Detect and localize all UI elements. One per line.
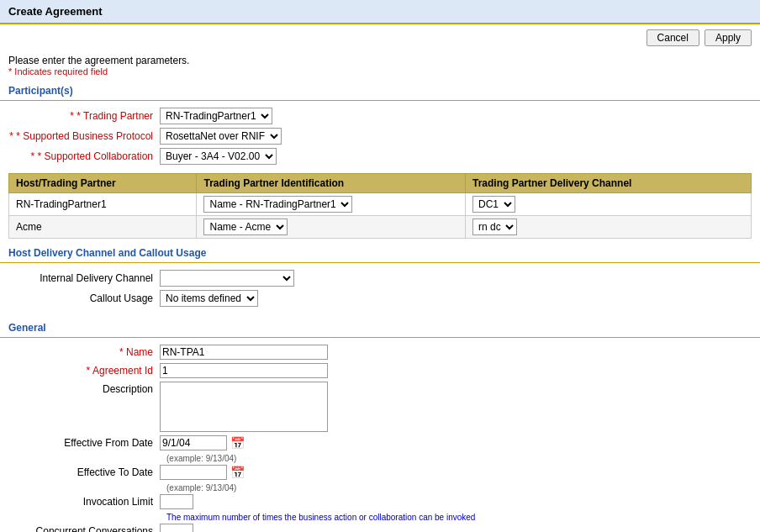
required-note: * Indicates required field <box>8 66 752 76</box>
effective-from-date-calendar-icon[interactable]: 📅 <box>230 436 245 450</box>
description-textarea[interactable] <box>160 382 328 432</box>
effective-to-date-input[interactable] <box>160 465 227 480</box>
supported-business-protocol-select[interactable]: RosettaNet over RNIF <box>160 128 282 145</box>
effective-to-date-calendar-icon[interactable]: 📅 <box>230 466 245 479</box>
partner-identification-cell: Name - RN-TradingPartner1 <box>197 193 466 216</box>
supported-collaboration-row: * * Supported Collaboration Buyer - 3A4 … <box>8 148 752 165</box>
partner-delivery-channel-select[interactable]: rn dc <box>472 219 517 235</box>
page-container: Create Agreement Cancel Apply Please ent… <box>0 0 760 532</box>
effective-to-date-row: Effective To Date 📅 <box>8 465 752 480</box>
invocation-limit-row: Invocation Limit <box>8 494 752 509</box>
agreement-id-input[interactable] <box>160 363 328 378</box>
participants-section-title: Participant(s) <box>0 82 760 101</box>
description-label: Description <box>8 382 160 395</box>
cancel-button[interactable]: Cancel <box>647 29 699 46</box>
effective-from-date-example: (example: 9/13/04) <box>160 454 752 463</box>
page-title: Create Agreement <box>8 5 103 18</box>
agreement-id-label: * Agreement Id <box>8 365 160 377</box>
partner-identification-select[interactable]: Name - Acme <box>203 219 288 235</box>
effective-to-date-group: 📅 <box>160 465 245 480</box>
supported-business-protocol-row: * * Supported Business Protocol RosettaN… <box>8 128 752 145</box>
instructions: Please enter the agreement parameters. *… <box>0 51 760 82</box>
invocation-limit-helper: The maximum number of times the business… <box>160 513 752 522</box>
agreement-id-row: * Agreement Id <box>8 363 752 378</box>
effective-from-date-label: Effective From Date <box>8 437 160 449</box>
apply-button[interactable]: Apply <box>705 29 752 46</box>
description-row: Description <box>8 382 752 432</box>
concurrent-conversations-input[interactable] <box>160 524 193 532</box>
effective-from-date-group: 📅 <box>160 435 245 450</box>
instruction-line1: Please enter the agreement parameters. <box>8 55 752 66</box>
trading-partner-select[interactable]: RN-TradingPartner1 <box>160 108 272 124</box>
participants-form: * * Trading Partner RN-TradingPartner1 *… <box>0 106 760 170</box>
internal-delivery-channel-row: Internal Delivery Channel <box>8 270 752 287</box>
effective-from-date-row: Effective From Date 📅 <box>8 435 752 450</box>
partner-name-cell: RN-TradingPartner1 <box>9 193 197 216</box>
invocation-limit-label: Invocation Limit <box>8 496 160 508</box>
callout-usage-label: Callout Usage <box>8 292 160 304</box>
callout-usage-select[interactable]: No items defined <box>160 290 258 307</box>
concurrent-conversations-row: Concurrent Conversations <box>8 524 752 532</box>
table-row: AcmeName - Acmern dc <box>9 216 752 239</box>
partners-table: Host/Trading Partner Trading Partner Ide… <box>8 173 752 239</box>
partner-identification-cell: Name - Acme <box>197 216 466 239</box>
col1-header: Host/Trading Partner <box>9 174 197 193</box>
internal-delivery-channel-label: Internal Delivery Channel <box>8 272 160 284</box>
name-row: * Name <box>8 345 752 360</box>
supported-business-protocol-label: * * Supported Business Protocol <box>8 130 160 142</box>
invocation-limit-input[interactable] <box>160 494 193 509</box>
partner-identification-select[interactable]: Name - RN-TradingPartner1 <box>203 196 352 213</box>
general-form: * Name * Agreement Id Description Effect… <box>0 343 760 532</box>
host-delivery-title: Host Delivery Channel and Callout Usage <box>0 244 760 263</box>
col3-header: Trading Partner Delivery Channel <box>466 174 752 193</box>
supported-collaboration-label: * * Supported Collaboration <box>8 150 160 162</box>
trading-partner-label: * * Trading Partner <box>8 110 160 122</box>
name-input[interactable] <box>160 345 328 360</box>
effective-to-date-label: Effective To Date <box>8 466 160 478</box>
general-section-title: General <box>0 319 760 338</box>
callout-usage-row: Callout Usage No items defined <box>8 290 752 307</box>
table-row: RN-TradingPartner1Name - RN-TradingPartn… <box>9 193 752 216</box>
partner-delivery-channel-cell: DC1 <box>466 193 752 216</box>
host-delivery-form: Internal Delivery Channel Callout Usage … <box>0 268 760 312</box>
partner-name-cell: Acme <box>9 216 197 239</box>
effective-from-date-input[interactable] <box>160 435 227 450</box>
col2-header: Trading Partner Identification <box>197 174 466 193</box>
toolbar: Cancel Apply <box>0 24 760 51</box>
partner-delivery-channel-select[interactable]: DC1 <box>472 196 515 213</box>
page-header: Create Agreement <box>0 0 760 24</box>
name-label: * Name <box>8 346 160 358</box>
internal-delivery-channel-select[interactable] <box>160 270 294 287</box>
partner-delivery-channel-cell: rn dc <box>466 216 752 239</box>
supported-collaboration-select[interactable]: Buyer - 3A4 - V02.00 <box>160 148 277 165</box>
trading-partner-row: * * Trading Partner RN-TradingPartner1 <box>8 108 752 124</box>
effective-to-date-example: (example: 9/13/04) <box>160 483 752 492</box>
concurrent-conversations-label: Concurrent Conversations <box>8 525 160 532</box>
